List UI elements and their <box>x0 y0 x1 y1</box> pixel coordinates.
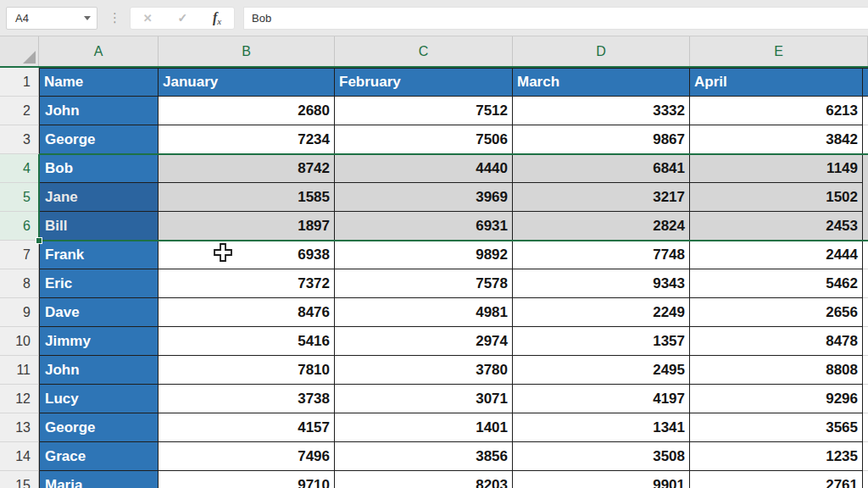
cancel-icon[interactable]: ✕ <box>143 12 153 25</box>
cell-e3[interactable]: 3842 <box>690 125 863 154</box>
cell-b8[interactable]: 7372 <box>159 269 335 298</box>
cell-d1[interactable]: March <box>513 68 690 97</box>
cell-c3[interactable]: 7506 <box>335 125 513 154</box>
cell-a4[interactable]: Bob <box>39 154 159 183</box>
cell-c4[interactable]: 4440 <box>335 154 513 183</box>
cell-b1[interactable]: January <box>159 68 335 97</box>
cell-c6[interactable]: 6931 <box>335 212 513 241</box>
column-header-c[interactable]: C <box>335 36 513 66</box>
row-header-1[interactable]: 1 <box>0 68 39 97</box>
partial-cell-f14[interactable] <box>863 442 868 471</box>
fill-handle[interactable] <box>36 237 42 244</box>
row-header-8[interactable]: 8 <box>0 269 39 298</box>
row-header-14[interactable]: 14 <box>0 442 39 471</box>
cell-a10[interactable]: Jimmy <box>39 327 159 356</box>
formula-input[interactable]: Bob <box>243 7 868 30</box>
cell-b2[interactable]: 2680 <box>159 97 335 125</box>
cell-d15[interactable]: 9901 <box>513 471 690 488</box>
column-header-d[interactable]: D <box>513 36 690 66</box>
cell-a2[interactable]: John <box>39 97 159 125</box>
cell-e10[interactable]: 8478 <box>690 327 863 356</box>
cell-c12[interactable]: 3071 <box>335 385 513 413</box>
row-header-15[interactable]: 15 <box>0 471 39 488</box>
cell-c8[interactable]: 7578 <box>335 269 513 298</box>
partial-cell-f2[interactable] <box>863 97 868 125</box>
row-header-10[interactable]: 10 <box>0 327 39 356</box>
enter-icon[interactable]: ✓ <box>177 11 187 25</box>
partial-cell-f3[interactable] <box>863 125 868 154</box>
cell-e1[interactable]: April <box>690 68 863 97</box>
cell-b6[interactable]: 1897 <box>159 212 335 241</box>
name-box[interactable]: A4 <box>6 7 97 30</box>
cell-a13[interactable]: George <box>39 413 159 442</box>
cell-d11[interactable]: 2495 <box>513 356 690 385</box>
cell-a7[interactable]: Frank <box>39 241 159 269</box>
cell-d5[interactable]: 3217 <box>513 183 690 212</box>
partial-cell-f15[interactable] <box>863 471 868 488</box>
cell-e8[interactable]: 5462 <box>690 269 863 298</box>
cell-c9[interactable]: 4981 <box>335 298 513 327</box>
partial-cell-f4[interactable] <box>863 154 868 183</box>
cell-b3[interactable]: 7234 <box>159 125 335 154</box>
cell-d9[interactable]: 2249 <box>513 298 690 327</box>
cell-c11[interactable]: 3780 <box>335 356 513 385</box>
cell-a15[interactable]: Maria <box>39 471 159 488</box>
cell-b4[interactable]: 8742 <box>159 154 335 183</box>
row-header-13[interactable]: 13 <box>0 413 39 442</box>
cell-d7[interactable]: 7748 <box>513 241 690 269</box>
insert-function-icon[interactable]: fx <box>213 10 221 25</box>
row-header-3[interactable]: 3 <box>0 125 39 154</box>
cell-a9[interactable]: Dave <box>39 298 159 327</box>
partial-cell-f8[interactable] <box>863 269 868 298</box>
partial-cell-f9[interactable] <box>863 298 868 327</box>
cell-e7[interactable]: 2444 <box>690 241 863 269</box>
cell-b7[interactable]: 6938 <box>159 241 335 269</box>
cell-e5[interactable]: 1502 <box>690 183 863 212</box>
cell-e15[interactable]: 2761 <box>690 471 863 488</box>
partial-cell-f10[interactable] <box>863 327 868 356</box>
cell-a8[interactable]: Eric <box>39 269 159 298</box>
cell-c5[interactable]: 3969 <box>335 183 513 212</box>
cell-c13[interactable]: 1401 <box>335 413 513 442</box>
cell-a5[interactable]: Jane <box>39 183 159 212</box>
cell-d14[interactable]: 3508 <box>513 442 690 471</box>
partial-cell-f7[interactable] <box>863 241 868 269</box>
partial-cell-f11[interactable] <box>863 356 868 385</box>
cell-c1[interactable]: February <box>335 68 513 97</box>
cell-e12[interactable]: 9296 <box>690 385 863 413</box>
partial-cell-f1[interactable] <box>863 68 868 97</box>
cell-c10[interactable]: 2974 <box>335 327 513 356</box>
cell-d2[interactable]: 3332 <box>513 97 690 125</box>
row-header-11[interactable]: 11 <box>0 356 39 385</box>
cell-e11[interactable]: 8808 <box>690 356 863 385</box>
row-header-7[interactable]: 7 <box>0 241 39 269</box>
cell-b10[interactable]: 5416 <box>159 327 335 356</box>
cell-d12[interactable]: 4197 <box>513 385 690 413</box>
cell-e4[interactable]: 1149 <box>690 154 863 183</box>
cell-b9[interactable]: 8476 <box>159 298 335 327</box>
column-header-b[interactable]: B <box>159 36 335 66</box>
partial-cell-f12[interactable] <box>863 385 868 413</box>
partial-cell-f6[interactable] <box>863 212 868 241</box>
cell-e2[interactable]: 6213 <box>690 97 863 125</box>
cell-e6[interactable]: 2453 <box>690 212 863 241</box>
select-all-button[interactable] <box>0 36 39 66</box>
cell-c15[interactable]: 8203 <box>335 471 513 488</box>
cell-e13[interactable]: 3565 <box>690 413 863 442</box>
row-header-2[interactable]: 2 <box>0 97 39 125</box>
cell-e14[interactable]: 1235 <box>690 442 863 471</box>
cell-c2[interactable]: 7512 <box>335 97 513 125</box>
row-header-12[interactable]: 12 <box>0 385 39 413</box>
cell-d4[interactable]: 6841 <box>513 154 690 183</box>
column-header-a[interactable]: A <box>39 36 159 66</box>
cell-c7[interactable]: 9892 <box>335 241 513 269</box>
cell-e9[interactable]: 2656 <box>690 298 863 327</box>
cell-b5[interactable]: 1585 <box>159 183 335 212</box>
cell-d6[interactable]: 2824 <box>513 212 690 241</box>
cell-a11[interactable]: John <box>39 356 159 385</box>
row-header-4[interactable]: 4 <box>0 154 39 183</box>
cell-b15[interactable]: 9710 <box>159 471 335 488</box>
cell-a1[interactable]: Name <box>39 68 159 97</box>
cell-a3[interactable]: George <box>39 125 159 154</box>
row-header-9[interactable]: 9 <box>0 298 39 327</box>
